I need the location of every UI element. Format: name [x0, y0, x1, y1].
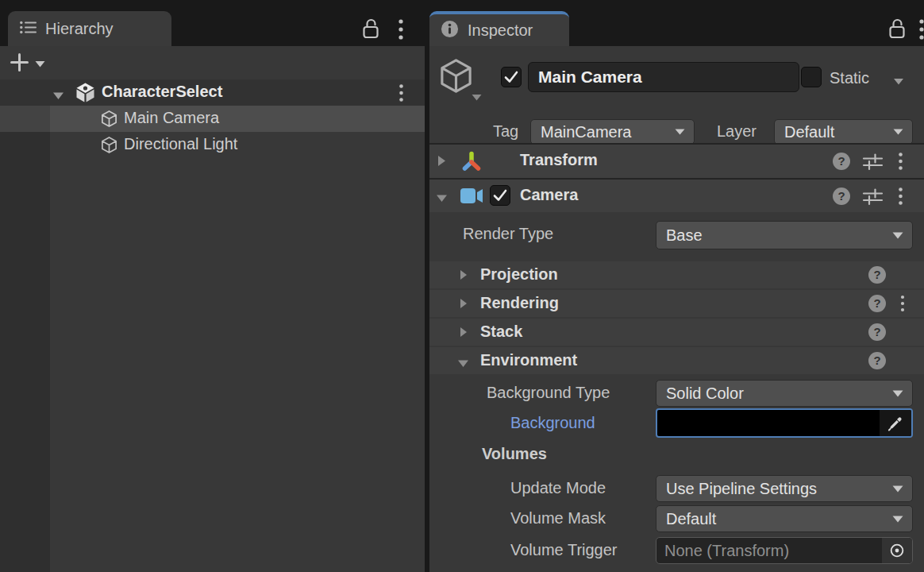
help-icon[interactable]: ?: [868, 351, 887, 373]
layer-label: Layer: [717, 122, 757, 141]
foldout-open-icon: [457, 357, 469, 371]
volume-trigger-label: Volume Trigger: [510, 541, 618, 559]
chevron-down-icon: [892, 485, 903, 493]
section-rendering[interactable]: Rendering ?: [429, 290, 924, 317]
chevron-down-icon: [675, 129, 685, 135]
tag-dropdown[interactable]: MainCamera: [530, 119, 695, 145]
volume-trigger-object-field[interactable]: None (Transform): [656, 537, 913, 564]
tag-value: MainCamera: [541, 123, 631, 141]
presets-icon[interactable]: [862, 153, 884, 173]
foldout-closed-icon[interactable]: [437, 155, 446, 170]
hierarchy-panel: Hierarchy: [0, 0, 425, 572]
section-label: Rendering: [480, 294, 559, 312]
section-environment[interactable]: Environment ?: [429, 347, 924, 374]
background-type-value: Solid Color: [666, 385, 744, 403]
gameobject-cube-icon: [100, 110, 118, 131]
chevron-down-icon: [893, 129, 903, 135]
plus-icon: [10, 52, 29, 75]
help-icon[interactable]: ?: [868, 265, 887, 287]
gameobject-icon[interactable]: [437, 57, 475, 98]
tab-hierarchy[interactable]: Hierarchy: [8, 11, 171, 46]
foldout-closed-icon: [460, 269, 468, 284]
gameobject-cube-icon: [100, 136, 118, 157]
foldout-open-icon[interactable]: [436, 191, 448, 206]
chevron-down-icon: [892, 516, 903, 523]
inspector-tab-label: Inspector: [468, 21, 533, 40]
help-icon[interactable]: ?: [832, 152, 851, 173]
hierarchy-list-icon: [19, 20, 37, 38]
tree-row-scene[interactable]: CharacterSelect: [0, 79, 425, 106]
volume-trigger-value: None (Transform): [656, 542, 882, 560]
chevron-down-icon: [892, 390, 903, 397]
svg-text:?: ?: [873, 296, 880, 310]
background-type-dropdown[interactable]: Solid Color: [656, 380, 913, 407]
foldout-closed-icon: [460, 298, 468, 312]
static-checkbox[interactable]: [801, 67, 822, 87]
camera-component-header[interactable]: Camera ?: [429, 180, 924, 212]
inspector-lock-icon[interactable]: [887, 17, 907, 42]
gameobject-icon-chevron-down-icon[interactable]: [472, 90, 482, 104]
background-color-swatch[interactable]: [656, 408, 913, 438]
tag-label: Tag: [493, 122, 518, 141]
transform-title: Transform: [520, 151, 598, 169]
gameobject-name-field[interactable]: Main Camera: [528, 62, 799, 92]
create-object-button[interactable]: [10, 52, 45, 75]
active-checkbox[interactable]: [501, 67, 522, 87]
section-label: Stack: [480, 323, 522, 341]
camera-enabled-checkbox[interactable]: [490, 185, 510, 206]
help-icon[interactable]: ?: [868, 323, 887, 344]
hierarchy-menu-kebab-icon[interactable]: [398, 18, 404, 43]
foldout-open-icon[interactable]: [52, 89, 64, 103]
object-picker-target-icon[interactable]: [882, 538, 912, 563]
update-mode-value: Use Pipeline Settings: [666, 480, 817, 498]
info-icon: [441, 20, 459, 41]
render-type-label: Render Type: [463, 225, 553, 243]
svg-text:?: ?: [837, 154, 845, 168]
section-projection[interactable]: Projection ?: [429, 261, 924, 288]
static-chevron-down-icon[interactable]: [893, 74, 904, 88]
presets-icon[interactable]: [862, 187, 884, 208]
layer-value: Default: [784, 123, 834, 141]
chevron-down-icon: [892, 232, 903, 239]
hierarchy-tab-label: Hierarchy: [45, 20, 114, 38]
render-type-dropdown[interactable]: Base: [656, 221, 913, 249]
tree-item-label: Directional Light: [124, 135, 237, 153]
scene-menu-kebab-icon[interactable]: [398, 83, 404, 105]
scene-name: CharacterSelect: [102, 83, 222, 101]
section-stack[interactable]: Stack ?: [429, 319, 924, 346]
section-label: Projection: [480, 265, 558, 284]
static-label: Static: [830, 69, 869, 87]
layer-dropdown[interactable]: Default: [774, 119, 913, 145]
transform-icon: [460, 149, 483, 176]
help-icon[interactable]: ?: [832, 187, 851, 208]
help-icon[interactable]: ?: [868, 294, 887, 315]
foldout-closed-icon: [460, 327, 468, 341]
tree-item-label: Main Camera: [124, 109, 219, 127]
background-type-label: Background Type: [487, 384, 610, 402]
transform-component-header[interactable]: Transform ?: [429, 145, 924, 178]
hierarchy-tabbar: Hierarchy: [0, 0, 425, 46]
render-type-value: Base: [666, 226, 703, 245]
camera-title: Camera: [520, 186, 578, 204]
tree-row-directional-light[interactable]: Directional Light: [0, 132, 425, 158]
update-mode-label: Update Mode: [510, 479, 606, 497]
component-menu-kebab-icon[interactable]: [898, 152, 903, 173]
inspector-menu-kebab-icon[interactable]: [918, 18, 924, 43]
volume-mask-dropdown[interactable]: Default: [656, 505, 913, 532]
tab-inspector[interactable]: Inspector: [429, 11, 569, 46]
volume-mask-label: Volume Mask: [510, 509, 606, 528]
component-menu-kebab-icon[interactable]: [898, 187, 903, 208]
svg-text:?: ?: [837, 189, 845, 203]
inspector-panel: Inspector Main Camera Static Tag: [429, 0, 924, 572]
camera-icon: [460, 187, 483, 207]
background-label: Background: [510, 414, 595, 432]
update-mode-dropdown[interactable]: Use Pipeline Settings: [656, 475, 913, 502]
tree-row-main-camera[interactable]: Main Camera: [0, 106, 425, 132]
eyedropper-icon[interactable]: [880, 410, 911, 436]
section-menu-kebab-icon[interactable]: [900, 295, 905, 315]
svg-text:?: ?: [873, 268, 880, 281]
inspector-tabbar: Inspector: [429, 0, 924, 46]
section-label: Environment: [480, 351, 577, 369]
chevron-down-icon: [35, 58, 45, 70]
hierarchy-lock-icon[interactable]: [361, 17, 380, 42]
